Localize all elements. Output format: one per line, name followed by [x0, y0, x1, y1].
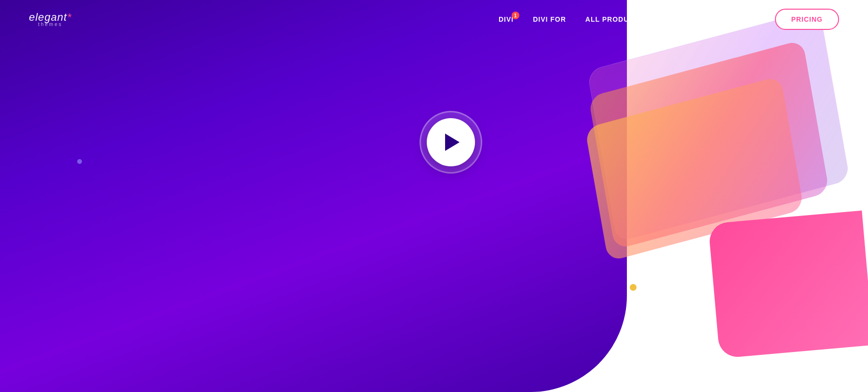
- nav-all-products[interactable]: ALL PRODUCTS: [585, 15, 644, 23]
- logo-area[interactable]: elegant* themes: [29, 12, 72, 27]
- play-inner: [427, 118, 475, 166]
- dot-yellow: [630, 284, 637, 291]
- play-icon: [445, 134, 460, 151]
- logo: elegant* themes: [29, 12, 72, 27]
- nav-divi-for[interactable]: DIVI FOR: [533, 15, 566, 23]
- play-button[interactable]: [420, 111, 482, 174]
- dot-blue: [77, 159, 82, 164]
- hero-section: Divi Excellent ★ ★ ★ ★ ★ 23,949 reviews …: [0, 0, 868, 392]
- logo-asterisk: *: [67, 11, 72, 23]
- navbar: elegant* themes DIVI 1 DIVI FOR ALL PROD…: [0, 0, 868, 39]
- nav-account[interactable]: ACCOUNT: [719, 15, 756, 23]
- nav-contact[interactable]: CONTACT: [663, 15, 699, 23]
- shape-container: [434, 29, 868, 391]
- hero-bg-wrapper: [0, 0, 868, 392]
- nav-links: DIVI 1 DIVI FOR ALL PRODUCTS CONTACT ACC…: [499, 9, 839, 30]
- shape-pink: [708, 211, 868, 359]
- nav-divi-badge: 1: [512, 12, 519, 19]
- nav-divi[interactable]: DIVI 1: [499, 15, 514, 23]
- pricing-button[interactable]: PRICING: [775, 9, 839, 30]
